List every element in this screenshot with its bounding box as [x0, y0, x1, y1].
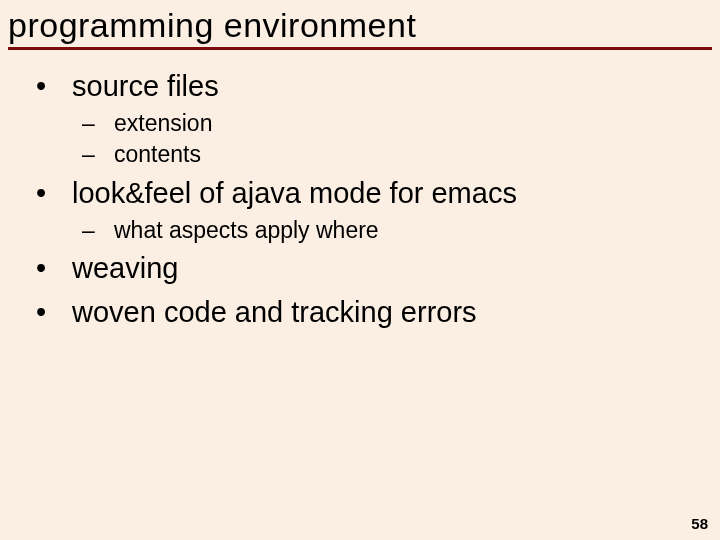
- dash-icon: –: [98, 109, 114, 138]
- slide-title: programming environment: [0, 0, 720, 47]
- dash-icon: –: [98, 216, 114, 245]
- subbullet-extension: –extension: [98, 109, 706, 138]
- bullet-dot-icon: •: [54, 250, 72, 287]
- slide-content: •source files –extension –contents •look…: [0, 68, 720, 331]
- bullet-woven-code: •woven code and tracking errors: [54, 294, 706, 331]
- bullet-dot-icon: •: [54, 68, 72, 105]
- bullet-text: weaving: [72, 252, 178, 284]
- bullet-dot-icon: •: [54, 175, 72, 212]
- subbullet-aspects: –what aspects apply where: [98, 216, 706, 245]
- dash-icon: –: [98, 140, 114, 169]
- slide: programming environment •source files –e…: [0, 0, 720, 540]
- subbullet-text: what aspects apply where: [114, 217, 379, 243]
- subbullet-text: extension: [114, 110, 212, 136]
- subbullet-contents: –contents: [98, 140, 706, 169]
- page-number: 58: [691, 515, 708, 532]
- title-underline: [8, 47, 712, 50]
- bullet-text: look&feel of ajava mode for emacs: [72, 177, 517, 209]
- bullet-text: source files: [72, 70, 219, 102]
- bullet-weaving: •weaving: [54, 250, 706, 287]
- bullet-text: woven code and tracking errors: [72, 296, 477, 328]
- subbullet-text: contents: [114, 141, 201, 167]
- bullet-look-and-feel: •look&feel of ajava mode for emacs: [54, 175, 706, 212]
- bullet-dot-icon: •: [54, 294, 72, 331]
- bullet-source-files: •source files: [54, 68, 706, 105]
